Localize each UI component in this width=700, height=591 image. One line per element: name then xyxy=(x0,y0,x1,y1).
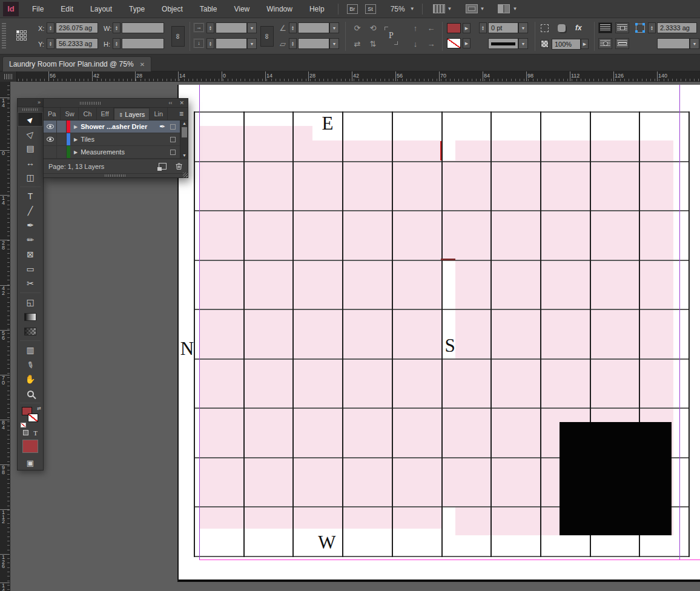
line-tool[interactable]: ╱ xyxy=(18,203,43,218)
constrain-scale-icon[interactable]: ∞ xyxy=(260,26,274,47)
w-stepper[interactable]: ▲▼ xyxy=(113,22,121,33)
lock-toggle[interactable] xyxy=(57,146,67,158)
menu-table[interactable]: Table xyxy=(191,0,226,18)
wrap-none-button[interactable] xyxy=(598,22,612,33)
flip-vertical-button[interactable]: ⇅ xyxy=(367,39,379,50)
panel-tab-layers[interactable]: ⇕Layers xyxy=(114,108,150,120)
resize-grip-icon[interactable] xyxy=(183,173,188,177)
expand-layer-icon[interactable]: ▶ xyxy=(74,124,78,130)
panel-grip[interactable] xyxy=(2,23,6,50)
pink-tile-area[interactable] xyxy=(312,140,441,529)
menu-window[interactable]: Window xyxy=(258,0,301,18)
lock-toggle[interactable] xyxy=(57,133,67,145)
page-tool[interactable]: ▤ xyxy=(18,141,43,156)
delete-layer-button[interactable] xyxy=(175,162,183,170)
y-position-field[interactable]: 56.2333 ag xyxy=(56,38,98,49)
scroll-down-icon[interactable]: ▼ xyxy=(180,153,188,159)
compass-label-n[interactable]: N xyxy=(180,338,194,360)
hand-tool[interactable]: ✋ xyxy=(18,372,43,386)
gap-tool[interactable]: ↔ xyxy=(18,156,43,170)
panel-tab-sw[interactable]: Sw xyxy=(61,108,79,120)
scale-x-stepper[interactable]: ▲▼ xyxy=(206,22,214,33)
opacity-dropdown[interactable]: ▶ xyxy=(581,39,589,49)
stroke-style-dropdown[interactable]: ▼ xyxy=(518,38,528,49)
layers-panel-header[interactable]: ‹‹ ✕ xyxy=(44,99,188,108)
visibility-toggle[interactable] xyxy=(44,133,57,145)
height-field[interactable] xyxy=(122,38,164,49)
opacity-field[interactable]: 100% xyxy=(552,39,581,50)
corner-radius-stepper[interactable]: ▲▼ xyxy=(648,22,656,33)
pen-tool[interactable]: ✒ xyxy=(18,218,43,233)
lock-toggle[interactable] xyxy=(57,121,67,133)
zoom-tool[interactable] xyxy=(18,386,43,401)
corner-radius-field[interactable]: 2.3333 ag xyxy=(657,22,697,33)
close-document-icon[interactable]: ✕ xyxy=(140,61,145,68)
apply-color-button[interactable] xyxy=(22,440,38,453)
zoom-level-dropdown[interactable]: 75% xyxy=(391,5,405,13)
corner-options-icon[interactable] xyxy=(541,24,549,32)
tools-panel-header[interactable]: » xyxy=(18,99,43,107)
panel-tab-ch[interactable]: Ch xyxy=(79,108,96,120)
y-stepper[interactable]: ▲▼ xyxy=(47,38,54,49)
rotation-angle-field[interactable] xyxy=(298,22,329,33)
constrain-dimensions-icon[interactable]: ∞ xyxy=(171,26,185,47)
scissors-tool[interactable]: ✂ xyxy=(18,276,43,291)
screen-mode-button[interactable]: ▣ xyxy=(18,455,43,470)
layer-target-checkbox[interactable] xyxy=(170,137,176,142)
scale-x-dropdown[interactable]: ▼ xyxy=(247,22,257,33)
new-layer-button[interactable] xyxy=(159,163,167,170)
rectangle-tool[interactable]: ▭ xyxy=(18,262,43,276)
document-tab[interactable]: Laundry Room Floor Plan.indd @ 75% ✕ xyxy=(2,56,151,71)
collapse-panel-icon[interactable]: ‹‹ xyxy=(165,100,176,106)
h-stepper[interactable]: ▲▼ xyxy=(113,38,121,49)
corner-shape-icon[interactable] xyxy=(558,24,566,32)
scale-y-field[interactable] xyxy=(216,38,247,49)
stroke-style-swatch[interactable] xyxy=(488,38,518,49)
rectangle-frame-tool[interactable]: ⊠ xyxy=(18,247,43,262)
select-next-object-button[interactable]: → xyxy=(425,39,437,50)
screen-mode-dropdown[interactable]: ▼ xyxy=(466,4,487,13)
scroll-up-icon[interactable]: ▲ xyxy=(180,121,188,127)
pencil-tool[interactable]: ✏ xyxy=(18,233,43,247)
type-tool[interactable]: T xyxy=(18,189,43,203)
gradient-feather-tool[interactable] xyxy=(18,324,43,338)
layer-target-checkbox[interactable] xyxy=(170,124,176,130)
ruler-origin-corner[interactable] xyxy=(0,71,17,82)
width-field[interactable] xyxy=(122,22,164,33)
expand-layer-icon[interactable]: ▶ xyxy=(74,150,78,155)
margin-guide-vertical[interactable] xyxy=(679,85,680,560)
layer-row[interactable]: ▶Measurements xyxy=(44,146,180,159)
select-container-button[interactable]: ↑ xyxy=(409,23,421,34)
menu-type[interactable]: Type xyxy=(121,0,153,18)
shear-angle-field[interactable] xyxy=(298,38,329,49)
black-appliance-rect[interactable] xyxy=(560,422,672,535)
content-collector-tool[interactable]: ◫ xyxy=(18,170,43,185)
panel-resize-strip[interactable] xyxy=(44,173,188,177)
menu-object[interactable]: Object xyxy=(153,0,191,18)
stroke-swatch[interactable] xyxy=(28,414,38,422)
wrap-object-shape-button[interactable] xyxy=(598,38,612,49)
free-transform-tool[interactable]: ◱ xyxy=(18,295,43,309)
x-stepper[interactable]: ▲▼ xyxy=(47,22,54,33)
fill-dropdown-arrow[interactable]: ▶ xyxy=(463,23,471,33)
menu-file[interactable]: File xyxy=(24,0,52,18)
arrange-documents-dropdown[interactable]: ▼ xyxy=(498,4,520,13)
stroke-weight-dropdown[interactable]: ▼ xyxy=(518,22,528,33)
shear-dropdown[interactable]: ▼ xyxy=(329,38,339,49)
object-style-dropdown[interactable]: ▼ xyxy=(690,38,699,49)
selection-tool[interactable]: ► xyxy=(18,112,43,127)
pink-tile-area[interactable] xyxy=(441,358,455,507)
note-tool[interactable]: ▥ xyxy=(18,343,43,357)
scrollbar-thumb[interactable] xyxy=(182,127,187,137)
scale-x-field[interactable] xyxy=(216,22,247,33)
stroke-weight-field[interactable]: 0 pt xyxy=(488,22,518,33)
rotation-stepper[interactable]: ▲▼ xyxy=(289,22,297,33)
menu-edit[interactable]: Edit xyxy=(52,0,82,18)
zoom-dropdown-arrow-icon[interactable]: ▼ xyxy=(410,6,415,12)
view-options-dropdown[interactable]: ▼ xyxy=(433,4,455,13)
panel-tab-lin[interactable]: Lin xyxy=(150,108,168,120)
select-previous-object-button[interactable]: ← xyxy=(425,23,437,34)
compass-label-e[interactable]: E xyxy=(322,113,334,134)
rotation-dropdown[interactable]: ▼ xyxy=(329,22,339,33)
stock-button[interactable]: St xyxy=(365,4,376,14)
